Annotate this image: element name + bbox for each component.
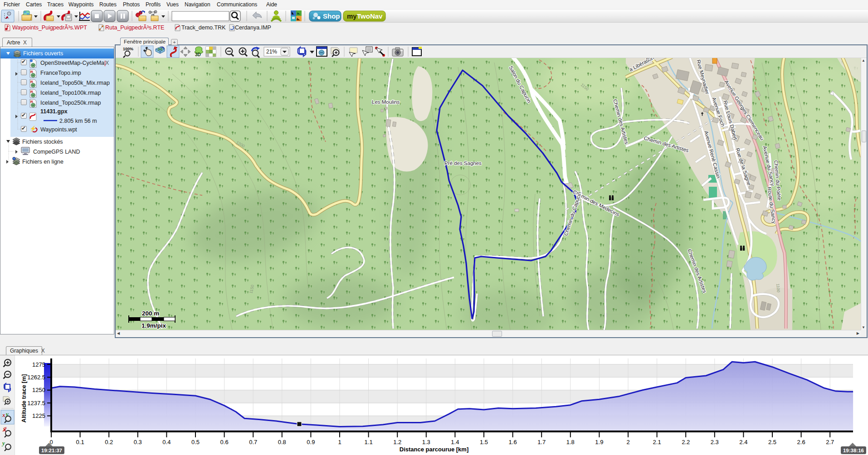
svg-text:200 m: 200 m xyxy=(142,310,159,317)
svg-text:0.3: 0.3 xyxy=(134,439,142,445)
svg-text:2.3: 2.3 xyxy=(711,439,719,445)
svg-text:2.1: 2.1 xyxy=(653,439,661,445)
svg-text:1100: 1100 xyxy=(775,283,781,292)
svg-text:1: 1 xyxy=(338,439,341,445)
svg-text:1.2: 1.2 xyxy=(393,439,401,445)
svg-text:0.5: 0.5 xyxy=(191,439,200,445)
svg-text:0.7: 0.7 xyxy=(249,439,257,445)
svg-text:19:38:16: 19:38:16 xyxy=(843,448,864,453)
svg-text:0.9: 0.9 xyxy=(307,439,315,445)
svg-text:0.6: 0.6 xyxy=(220,439,229,445)
svg-text:0.1: 0.1 xyxy=(76,439,84,445)
svg-text:y: y xyxy=(1,440,5,446)
svg-text:1250: 1250 xyxy=(32,387,45,393)
svg-text:19:21:37: 19:21:37 xyxy=(41,448,62,453)
svg-text:x: x xyxy=(2,411,5,418)
svg-text:1.9m/pix: 1.9m/pix xyxy=(141,322,166,329)
svg-text:1275: 1275 xyxy=(32,361,45,368)
svg-text:2.7: 2.7 xyxy=(826,439,834,445)
svg-text:1.7: 1.7 xyxy=(537,439,546,445)
svg-text:0.8: 0.8 xyxy=(278,439,286,445)
svg-text:1237.5: 1237.5 xyxy=(27,400,45,407)
svg-text:Altitude trace [m]: Altitude trace [m] xyxy=(20,374,27,423)
svg-text:2: 2 xyxy=(626,439,629,445)
svg-text:Shop: Shop xyxy=(323,12,340,20)
svg-text:1.3: 1.3 xyxy=(422,439,430,445)
svg-text:2.5: 2.5 xyxy=(768,439,776,445)
svg-text:2.4: 2.4 xyxy=(739,439,747,445)
svg-text:1.4: 1.4 xyxy=(451,439,459,445)
svg-text:3D: 3D xyxy=(195,52,201,57)
svg-text:Les Moulins: Les Moulins xyxy=(372,99,400,105)
svg-text:Pré des Sagnes: Pré des Sagnes xyxy=(444,160,482,166)
svg-text:100%: 100% xyxy=(123,47,133,51)
svg-text:Distance parcourue [km]: Distance parcourue [km] xyxy=(400,446,468,453)
svg-text:1.1: 1.1 xyxy=(365,439,373,445)
svg-text:1.5: 1.5 xyxy=(480,439,488,445)
svg-text:1262.5: 1262.5 xyxy=(27,374,45,381)
svg-text:2.6: 2.6 xyxy=(797,439,805,445)
svg-text:my: my xyxy=(347,12,357,20)
svg-text:0.2: 0.2 xyxy=(105,439,113,445)
svg-text:⚡: ⚡ xyxy=(29,125,36,132)
svg-text:1.6: 1.6 xyxy=(509,439,517,445)
svg-text:21%: 21% xyxy=(266,48,277,55)
svg-text:TwoNav: TwoNav xyxy=(357,12,383,20)
svg-text:1225: 1225 xyxy=(32,412,45,419)
svg-text:2.2: 2.2 xyxy=(682,439,690,445)
svg-text:0.4: 0.4 xyxy=(162,439,171,445)
svg-text:1.9: 1.9 xyxy=(595,439,603,445)
svg-text:1.8: 1.8 xyxy=(566,439,575,445)
